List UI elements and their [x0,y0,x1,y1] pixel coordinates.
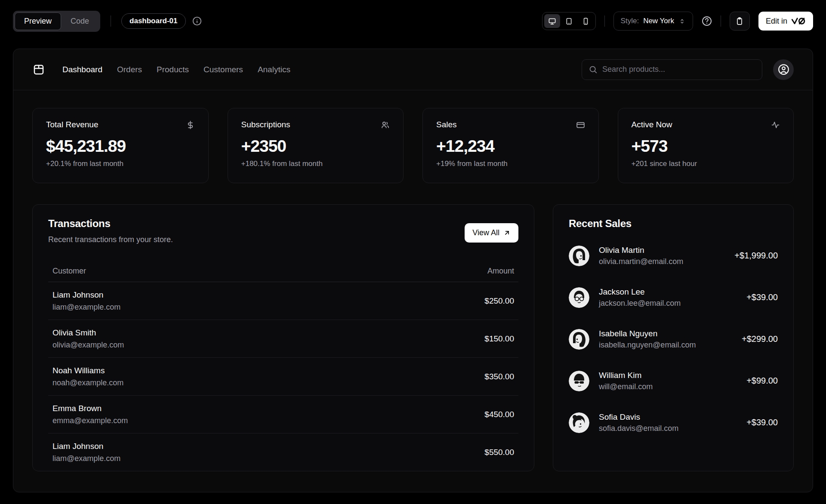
list-item: Jackson Lee jackson.lee@email.com +$39.0… [569,277,778,318]
sale-customer-name: Isabella Nguyen [599,329,696,338]
customer-name: Emma Brown [52,404,367,413]
sale-amount: +$39.00 [746,418,778,427]
nav-item-products[interactable]: Products [157,65,189,74]
help-button[interactable] [702,16,712,26]
stat-title: Total Revenue [46,120,98,129]
dollar-sign-icon [186,120,195,129]
list-item: William Kim will@email.com +$99.00 [569,360,778,402]
activity-icon [771,120,780,129]
arrow-up-right-icon [503,229,511,237]
toolbar-separator [604,15,605,27]
sale-customer-email: isabella.nguyen@email.com [599,341,696,350]
transactions-card: Transactions Recent transactions from yo… [32,204,534,471]
stat-change: +19% from last month [436,160,585,168]
customer-name: Liam Johnson [52,442,367,451]
transaction-amount: $150.00 [372,320,518,358]
user-menu-button[interactable] [773,59,794,80]
view-all-button[interactable]: View All [465,223,518,243]
avatar [569,329,589,350]
sale-customer-name: Olivia Martin [599,246,683,255]
stat-change: +180.1% from last month [241,160,390,168]
preview-tab[interactable]: Preview [15,12,61,30]
nav-item-customers[interactable]: Customers [203,65,243,74]
chevrons-up-down-icon [678,18,686,25]
customer-email: olivia@example.com [52,341,367,350]
sale-customer-email: will@email.com [599,382,653,391]
stat-value: +12,234 [436,137,585,156]
stat-card-sales: Sales +12,234 +19% from last month [422,108,599,183]
smartphone-icon [582,17,590,25]
style-select-value: New York [643,17,674,25]
style-select[interactable]: Style: New York [613,12,693,31]
stat-card-total-revenue: Total Revenue $45,231.89 +20.1% from las… [32,108,209,183]
device-toggle-desktop[interactable] [544,14,560,28]
block-viewer-toolbar: Preview Code dashboard-01 [0,0,826,42]
sale-amount: +$1,999.00 [734,251,778,261]
circle-help-icon [702,16,712,26]
stat-card-subscriptions: Subscriptions +2350 +180.1% from last mo… [228,108,404,183]
avatar [569,412,589,433]
transaction-amount: $350.00 [372,358,518,396]
device-size-toggle [542,12,596,30]
tablet-icon [565,17,573,25]
credit-card-icon [576,120,585,129]
transaction-amount: $250.00 [372,282,518,320]
customer-name: Liam Johnson [52,290,367,300]
view-mode-toggle: Preview Code [13,11,100,32]
info-button[interactable] [192,16,202,26]
dashboard-preview-panel: Dashboard Orders Products Customers Anal… [13,49,813,492]
table-row: Emma Brown emma@example.com $450.00 [48,396,518,433]
monitor-icon [548,17,556,25]
avatar [569,371,589,391]
column-header-customer: Customer [48,261,372,282]
sale-amount: +$299.00 [742,334,778,344]
customer-email: emma@example.com [52,416,367,425]
search-icon [589,65,598,74]
sale-customer-email: sofia.davis@email.com [599,424,678,433]
info-icon [192,16,202,26]
list-item: Isabella Nguyen isabella.nguyen@email.co… [569,318,778,360]
sale-customer-name: William Kim [599,371,653,380]
device-toggle-mobile[interactable] [578,14,594,28]
toolbar-separator [721,15,721,27]
stat-change: +201 since last hour [632,160,780,168]
sale-customer-name: Sofia Davis [599,412,678,422]
transaction-amount: $550.00 [372,433,518,471]
toolbar-separator [111,15,111,27]
stat-title: Subscriptions [241,120,290,129]
search-input[interactable] [602,65,755,74]
code-tab[interactable]: Code [61,12,99,30]
sale-customer-name: Jackson Lee [599,287,681,297]
stat-title: Active Now [632,120,672,129]
search-box [582,59,762,80]
sale-customer-email: jackson.lee@email.com [599,299,681,308]
customer-email: liam@example.com [52,454,367,463]
clipboard-icon [735,17,744,25]
table-row: Liam Johnson liam@example.com $550.00 [48,433,518,471]
nav-item-analytics[interactable]: Analytics [258,65,290,74]
table-row: Liam Johnson liam@example.com $250.00 [48,282,518,320]
sale-amount: +$99.00 [746,376,778,386]
stat-change: +20.1% from last month [46,160,195,168]
recent-sales-title: Recent Sales [569,218,778,230]
list-item: Olivia Martin olivia.martin@email.com +$… [569,235,778,277]
sale-amount: +$39.00 [746,292,778,302]
customer-name: Olivia Smith [52,328,367,338]
table-row: Noah Williams noah@example.com $350.00 [48,358,518,396]
stat-title: Sales [436,120,457,129]
view-all-label: View All [472,228,499,237]
nav-item-orders[interactable]: Orders [117,65,142,74]
recent-sales-card: Recent Sales Olivia Martin olivia.martin… [553,204,794,471]
dashboard-header: Dashboard Orders Products Customers Anal… [13,49,813,90]
column-header-amount: Amount [372,261,518,282]
nav-item-dashboard[interactable]: Dashboard [62,65,102,74]
transactions-title: Transactions [48,218,173,230]
edit-in-v0-label: Edit in [766,17,787,26]
stat-value: +573 [632,137,780,156]
device-toggle-tablet[interactable] [561,14,577,28]
transactions-subtitle: Recent transactions from your store. [48,235,173,244]
customer-email: noah@example.com [52,378,367,387]
edit-in-v0-button[interactable]: Edit in [758,12,813,31]
circle-user-icon [778,64,789,75]
copy-code-button[interactable] [730,12,750,31]
